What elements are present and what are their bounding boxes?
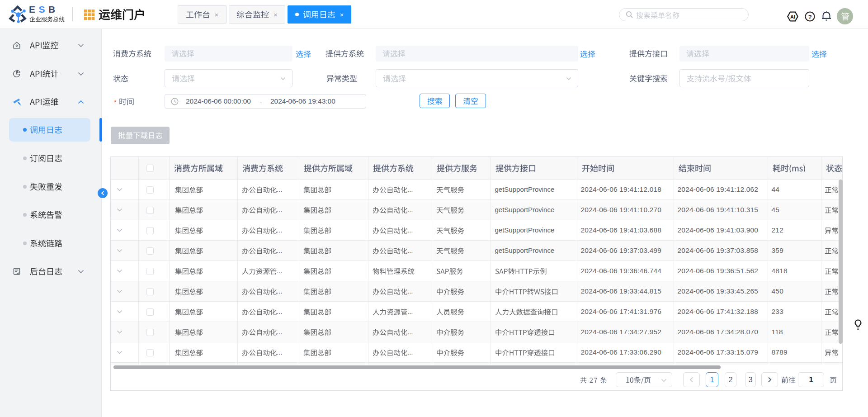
svg-text:?: ? xyxy=(808,14,811,20)
svg-text:AI: AI xyxy=(790,14,795,19)
